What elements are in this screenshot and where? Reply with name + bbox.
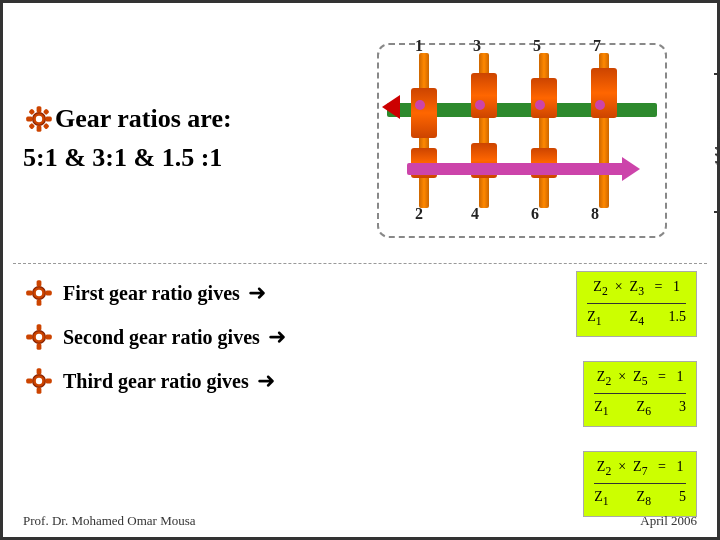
gear-icon-row3 — [23, 365, 55, 397]
left-content: Gear ratios are: 5:1 & 3:1 & 1.5 :1 — [23, 103, 403, 173]
svg-point-17 — [36, 334, 42, 340]
second-gear-arrow: ➜ — [268, 324, 286, 350]
connector-dot-1 — [415, 100, 425, 110]
ratio-text: 5:1 & 3:1 & 1.5 :1 — [23, 143, 222, 173]
gear-disk-4 — [591, 68, 617, 118]
svg-rect-18 — [37, 324, 42, 330]
connector-dot-3 — [535, 100, 545, 110]
gear-num-6: 6 — [531, 205, 539, 223]
third-gear-arrow: ➜ — [257, 368, 275, 394]
svg-point-11 — [36, 290, 42, 296]
gear-num-4: 4 — [471, 205, 479, 223]
svg-rect-3 — [37, 125, 42, 131]
gear-icon-row2 — [23, 321, 55, 353]
svg-rect-25 — [37, 387, 42, 393]
gear-diagram: 1 3 5 7 2 4 6 8 144 mm — [377, 33, 697, 253]
footer: Prof. Dr. Mohamed Omar Mousa April 2006 — [23, 513, 697, 529]
section-divider — [13, 263, 707, 264]
gear-icon-heading — [23, 103, 55, 135]
formula-3-line1: Z2 × Z7 = 1 — [594, 456, 686, 481]
gear-num-8: 8 — [591, 205, 599, 223]
heading-text: Gear ratios are: — [55, 104, 232, 134]
gear-num-5: 5 — [533, 37, 541, 55]
connector-dot-4 — [595, 100, 605, 110]
pink-shaft — [407, 163, 627, 175]
brace-tick-bottom — [714, 211, 720, 213]
gear-num-3: 3 — [473, 37, 481, 55]
formula-box-1: Z2 × Z3 = 1 Z1 Z4 1.5 — [576, 271, 697, 337]
page: 1 3 5 7 2 4 6 8 144 mm — [0, 0, 720, 540]
formula-box-3: Z2 × Z7 = 1 Z1 Z8 5 — [583, 451, 697, 517]
svg-rect-12 — [37, 280, 42, 286]
svg-rect-15 — [45, 291, 51, 296]
third-gear-text: Third gear ratio gives — [63, 370, 249, 393]
svg-rect-2 — [37, 106, 42, 112]
ratio-line: 5:1 & 3:1 & 1.5 :1 — [23, 143, 403, 173]
formula-1-divider — [587, 303, 686, 304]
gear-num-1: 1 — [415, 37, 423, 55]
svg-rect-4 — [26, 117, 32, 122]
svg-rect-5 — [45, 117, 51, 122]
svg-rect-20 — [26, 335, 32, 340]
gear-icon-row1 — [23, 277, 55, 309]
first-gear-arrow: ➜ — [248, 280, 266, 306]
formula-1-line2: Z1 Z4 1.5 — [587, 306, 686, 331]
formula-box-2: Z2 × Z5 = 1 Z1 Z6 3 — [583, 361, 697, 427]
second-gear-text: Second gear ratio gives — [63, 326, 260, 349]
svg-rect-24 — [37, 368, 42, 374]
footer-author: Prof. Dr. Mohamed Omar Mousa — [23, 513, 196, 529]
formula-3-divider — [594, 483, 686, 484]
svg-point-1 — [36, 116, 42, 122]
connector-dot-2 — [475, 100, 485, 110]
gear-num-2: 2 — [415, 205, 423, 223]
svg-rect-21 — [45, 335, 51, 340]
dimension-text: 144 mm — [711, 117, 720, 169]
gear-disk-1 — [411, 88, 437, 138]
formula-2-line2: Z1 Z6 3 — [594, 396, 686, 421]
footer-date: April 2006 — [640, 513, 697, 529]
dimension-label-144: 144 mm — [711, 73, 720, 213]
gear-disk-2 — [471, 73, 497, 118]
heading-line: Gear ratios are: — [23, 103, 403, 135]
pink-arrow-icon — [622, 157, 640, 181]
formula-1-line1: Z2 × Z3 = 1 — [587, 276, 686, 301]
svg-rect-19 — [37, 343, 42, 349]
formula-2-divider — [594, 393, 686, 394]
svg-rect-14 — [26, 291, 32, 296]
formula-3-line2: Z1 Z8 5 — [594, 486, 686, 511]
gear-shaft-3 — [539, 53, 549, 208]
svg-rect-27 — [45, 379, 51, 384]
svg-rect-26 — [26, 379, 32, 384]
gear-num-7: 7 — [593, 37, 601, 55]
first-gear-text: First gear ratio gives — [63, 282, 240, 305]
gear-disk-3 — [531, 78, 557, 118]
svg-point-23 — [36, 378, 42, 384]
svg-rect-13 — [37, 299, 42, 305]
formula-2-line1: Z2 × Z5 = 1 — [594, 366, 686, 391]
